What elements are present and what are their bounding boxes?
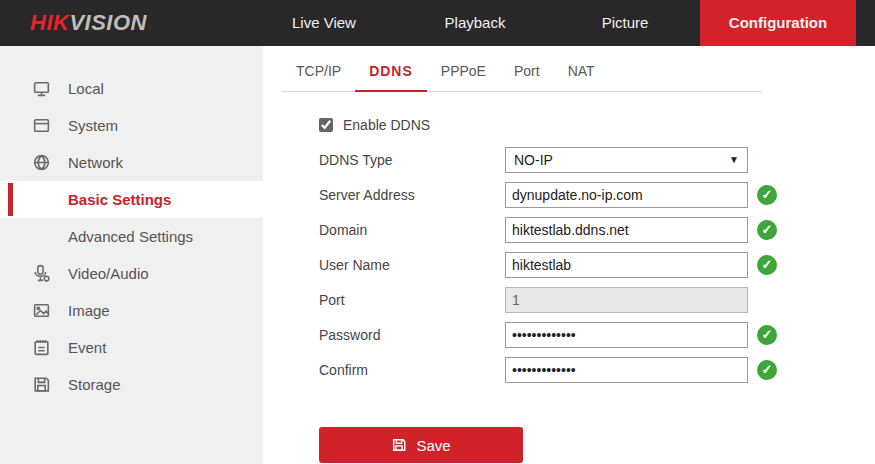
valid-check-icon: ✓ (757, 360, 777, 380)
user-name-input[interactable] (505, 252, 748, 278)
sidebar-item-label: Event (68, 339, 106, 356)
sidebar-item-label: Video/Audio (68, 265, 149, 282)
sidebar-item-label: System (68, 117, 118, 134)
monitor-icon (31, 79, 51, 99)
server-address-row: Server Address ✓ (319, 177, 875, 212)
sidebar: Local System Network Basic Settings Adva… (0, 46, 263, 464)
main-content: TCP/IP DDNS PPPoE Port NAT Enable DDNS D… (263, 46, 875, 464)
tab-pppoe[interactable]: PPPoE (427, 61, 500, 91)
valid-check-icon: ✓ (757, 325, 777, 345)
port-row: Port (319, 282, 875, 317)
nav-live-view[interactable]: Live View (278, 0, 370, 46)
storage-icon (31, 375, 51, 395)
sidebar-item-network[interactable]: Network (0, 144, 263, 181)
sidebar-item-label: Storage (68, 376, 121, 393)
enable-ddns-checkbox[interactable] (319, 118, 333, 132)
save-button[interactable]: Save (319, 427, 523, 463)
ddns-type-value: NO-IP (514, 152, 553, 168)
sidebar-item-system[interactable]: System (0, 107, 263, 144)
port-label: Port (319, 292, 505, 308)
enable-ddns-label: Enable DDNS (343, 117, 430, 133)
nav-configuration[interactable]: Configuration (700, 0, 856, 46)
topbar: HIKVISION Live View Playback Picture Con… (0, 0, 875, 46)
tab-nat[interactable]: NAT (554, 61, 609, 91)
active-indicator-bar (8, 183, 13, 216)
ddns-type-label: DDNS Type (319, 152, 505, 168)
user-name-label: User Name (319, 257, 505, 273)
sidebar-item-storage[interactable]: Storage (0, 366, 263, 403)
event-icon (31, 338, 51, 358)
valid-check-icon: ✓ (757, 220, 777, 240)
server-address-label: Server Address (319, 187, 505, 203)
password-label: Password (319, 327, 505, 343)
sidebar-item-label: Network (68, 154, 123, 171)
confirm-label: Confirm (319, 362, 505, 378)
logo-vision: VISION (69, 10, 147, 35)
confirm-input[interactable] (505, 357, 748, 383)
domain-input[interactable] (505, 217, 748, 243)
sidebar-item-image[interactable]: Image (0, 292, 263, 329)
hikvision-logo: HIKVISION (30, 0, 147, 46)
domain-label: Domain (319, 222, 505, 238)
domain-row: Domain ✓ (319, 212, 875, 247)
sidebar-item-advanced-settings[interactable]: Advanced Settings (0, 218, 263, 255)
tab-tcpip[interactable]: TCP/IP (282, 61, 355, 91)
valid-check-icon: ✓ (757, 255, 777, 275)
globe-icon (31, 153, 51, 173)
sidebar-item-event[interactable]: Event (0, 329, 263, 366)
sidebar-item-label: Advanced Settings (68, 228, 193, 245)
sidebar-item-local[interactable]: Local (0, 70, 263, 107)
user-name-row: User Name ✓ (319, 247, 875, 282)
valid-check-icon: ✓ (757, 185, 777, 205)
sidebar-item-label: Local (68, 80, 104, 97)
sidebar-item-label: Image (68, 302, 110, 319)
sidebar-item-video-audio[interactable]: Video/Audio (0, 255, 263, 292)
ddns-form: Enable DDNS DDNS Type NO-IP ▼ Server Add… (319, 114, 875, 463)
tab-port[interactable]: Port (500, 61, 554, 91)
server-address-input[interactable] (505, 182, 748, 208)
window-icon (31, 116, 51, 136)
network-tabbar: TCP/IP DDNS PPPoE Port NAT (282, 61, 762, 92)
logo-hik: HIK (30, 10, 69, 35)
save-icon (391, 437, 407, 453)
confirm-row: Confirm ✓ (319, 352, 875, 387)
save-button-label: Save (416, 437, 450, 454)
port-input (505, 287, 748, 313)
chevron-down-icon: ▼ (729, 154, 739, 165)
password-row: Password ✓ (319, 317, 875, 352)
ddns-type-row: DDNS Type NO-IP ▼ (319, 142, 875, 177)
sidebar-item-basic-settings[interactable]: Basic Settings (0, 181, 263, 218)
password-input[interactable] (505, 322, 748, 348)
image-icon (31, 301, 51, 321)
nav-picture[interactable]: Picture (580, 0, 670, 46)
tab-ddns[interactable]: DDNS (355, 61, 427, 92)
sidebar-item-label: Basic Settings (68, 191, 171, 208)
ddns-type-select[interactable]: NO-IP ▼ (505, 147, 748, 173)
enable-ddns-row: Enable DDNS (319, 114, 875, 136)
nav-playback[interactable]: Playback (428, 0, 522, 46)
microphone-icon (31, 264, 51, 284)
